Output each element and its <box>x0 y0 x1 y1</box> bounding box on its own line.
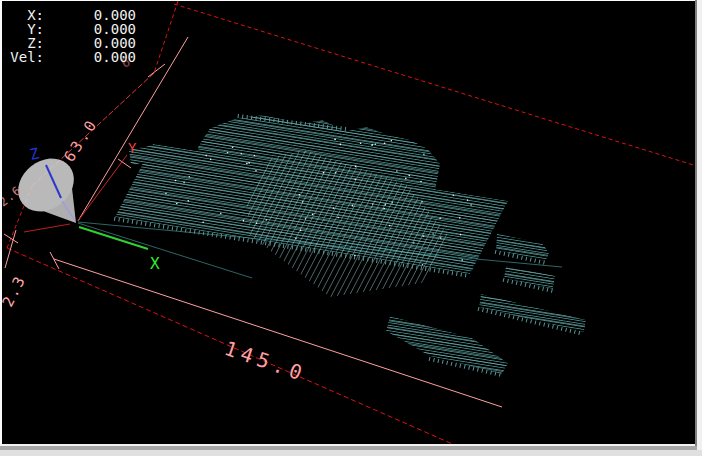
dro-row-z: Z:0.000 <box>4 36 136 50</box>
dro-axis-label: Y: <box>4 22 44 36</box>
dro-row-vel: Vel:0.000 <box>4 50 136 64</box>
dimension-line <box>4 234 18 243</box>
x-axis-line <box>79 227 148 249</box>
dim-height-label: 2.3 <box>2 272 30 310</box>
dro-axis-label: Z: <box>4 36 44 50</box>
backplot-canvas[interactable]: 63.0145.02.32.66YXZ X:0.000Y:0.000Z:0.00… <box>2 1 695 444</box>
machine-limit-line <box>24 224 70 232</box>
x-axis-label: X <box>150 254 160 273</box>
window-border-top <box>0 0 695 1</box>
dro-axis-value: 0.000 <box>44 22 136 36</box>
window-border-bottom-outer <box>0 450 702 456</box>
dimension-line <box>118 159 131 168</box>
dro-readout: X:0.000Y:0.000Z:0.000Vel:0.000 <box>4 8 136 64</box>
dimension-line <box>148 64 165 77</box>
dro-axis-value: 0.000 <box>44 8 136 22</box>
dro-row-y: Y:0.000 <box>4 22 136 36</box>
dro-axis-value: 0.000 <box>44 50 136 64</box>
dro-axis-label: Vel: <box>4 50 44 64</box>
y-axis-label: Y <box>128 140 137 156</box>
dro-row-x: X:0.000 <box>4 8 136 22</box>
window-border-left <box>0 0 2 444</box>
dim-width-label: 145.0 <box>221 336 309 386</box>
backplot-scene: 63.0145.02.32.66YXZ <box>2 1 695 444</box>
backplot-preview-window: 63.0145.02.32.66YXZ X:0.000Y:0.000Z:0.00… <box>0 0 702 456</box>
dro-axis-value: 0.000 <box>44 36 136 50</box>
machine-limit-line <box>154 1 178 73</box>
z-axis-label: Z <box>28 144 41 163</box>
y-axis-line <box>78 155 127 221</box>
dro-axis-label: X: <box>4 8 44 22</box>
window-border-right <box>697 0 702 456</box>
dim-depth-label: 63.0 <box>60 115 101 165</box>
